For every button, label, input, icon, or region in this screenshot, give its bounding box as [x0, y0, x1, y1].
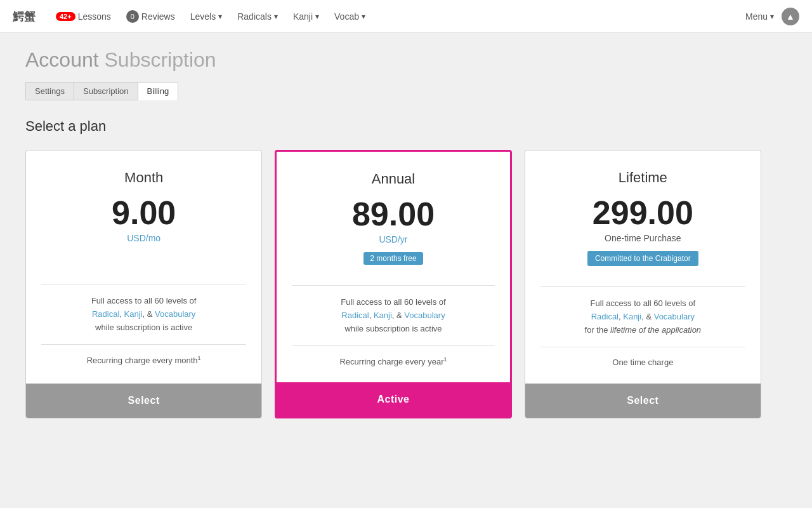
plan-month: Month 9.00 USD/mo Full access to all 60 …	[25, 150, 262, 418]
kanji-label: Kanji	[293, 11, 313, 22]
section-title: Select a plan	[25, 118, 787, 135]
navbar-menu[interactable]: Menu	[745, 11, 774, 22]
plan-lifetime-recurring: One time charge	[540, 358, 745, 367]
radicals-label: Radicals	[237, 11, 272, 22]
vocab-label: Vocab	[334, 11, 359, 22]
page-title-main: Account	[25, 48, 99, 71]
plan-month-price: 9.00	[41, 196, 246, 229]
plan-annual-price: 89.00	[292, 197, 494, 231]
plan-month-body: Month 9.00 USD/mo Full access to all 60 …	[26, 150, 261, 384]
plan-month-select-button[interactable]: Select	[26, 384, 261, 418]
navbar-radicals[interactable]: Radicals	[237, 11, 278, 22]
navbar-reviews[interactable]: 0 Reviews	[126, 10, 175, 23]
plan-annual: Annual 89.00 USD/yr 2 months free Full a…	[275, 150, 511, 418]
reviews-badge: 0	[126, 10, 139, 23]
navbar-levels[interactable]: Levels	[190, 11, 222, 22]
reviews-label: Reviews	[141, 11, 175, 22]
plan-month-description: Full access to all 60 levels of Radical,…	[41, 295, 246, 334]
tab-billing[interactable]: Billing	[138, 82, 179, 100]
plan-month-divider-2	[41, 344, 246, 345]
plan-lifetime-badge: Committed to the Crabigator	[587, 251, 698, 266]
plan-annual-footer: Active	[277, 382, 509, 417]
plans-grid: Month 9.00 USD/mo Full access to all 60 …	[25, 150, 761, 418]
navbar-lessons[interactable]: 42+ Lessons	[56, 11, 111, 22]
plan-month-footer: Select	[26, 384, 261, 418]
plan-annual-active-button[interactable]: Active	[277, 382, 509, 417]
page-title: Account Subscription	[25, 48, 787, 72]
lessons-label: Lessons	[78, 11, 111, 22]
navbar-vocab[interactable]: Vocab	[334, 11, 365, 22]
plan-lifetime-description: Full access to all 60 levels of Radical,…	[540, 297, 745, 337]
tab-settings[interactable]: Settings	[25, 82, 74, 100]
plan-annual-recurring: Recurring charge every year1	[292, 356, 494, 366]
navbar-logo: 鰐蟹	[13, 9, 36, 24]
plan-annual-divider-2	[292, 345, 494, 346]
tab-subscription[interactable]: Subscription	[74, 82, 138, 100]
plan-lifetime-footer: Select	[525, 384, 761, 418]
plan-annual-name: Annual	[292, 171, 494, 187]
plan-annual-badge: 2 months free	[363, 252, 422, 265]
plan-lifetime-name: Lifetime	[540, 170, 745, 186]
plan-lifetime-body: Lifetime 299.00 One-time Purchase Commit…	[525, 150, 761, 384]
page-subtitle: Subscription	[105, 48, 216, 71]
plan-lifetime-divider-1	[540, 286, 745, 287]
plan-month-divider-1	[41, 284, 246, 284]
plan-month-recurring: Recurring charge every month1	[41, 355, 246, 365]
plan-annual-description: Full access to all 60 levels of Radical,…	[292, 296, 494, 335]
plan-lifetime-divider-2	[540, 347, 745, 347]
plan-month-period: USD/mo	[41, 233, 246, 243]
up-icon[interactable]: ▲	[782, 8, 799, 25]
navbar-right: Menu ▲	[745, 8, 799, 25]
plan-annual-period: USD/yr	[292, 234, 494, 244]
navbar: 鰐蟹 42+ Lessons 0 Reviews Levels Radicals…	[0, 0, 812, 33]
content-area: Account Subscription Settings Subscripti…	[0, 33, 812, 434]
plan-lifetime: Lifetime 299.00 One-time Purchase Commit…	[525, 150, 761, 418]
plan-lifetime-period: One-time Purchase	[540, 233, 745, 243]
plan-annual-body: Annual 89.00 USD/yr 2 months free Full a…	[277, 152, 509, 382]
plan-month-name: Month	[41, 170, 246, 186]
plan-lifetime-select-button[interactable]: Select	[525, 384, 761, 418]
plan-lifetime-price: 299.00	[540, 196, 745, 229]
lessons-badge: 42+	[56, 12, 75, 21]
navbar-kanji[interactable]: Kanji	[293, 11, 319, 22]
plan-annual-divider-1	[292, 285, 494, 286]
account-tabs: Settings Subscription Billing	[25, 82, 787, 100]
levels-label: Levels	[190, 11, 216, 22]
